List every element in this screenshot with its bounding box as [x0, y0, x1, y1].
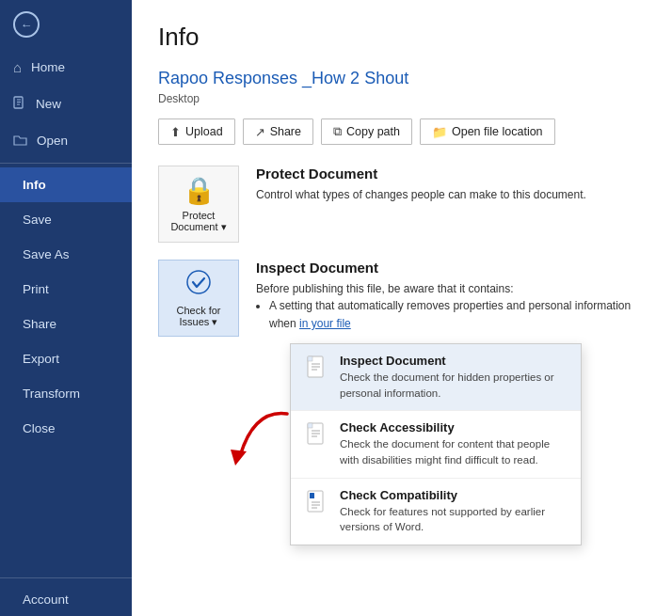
accessibility-icon — [304, 420, 330, 447]
sidebar-item-open[interactable]: Open — [0, 122, 132, 159]
dropdown-item-compatibility[interactable]: Check Compatibility Check for features n… — [291, 479, 581, 545]
lock-icon: 🔒 — [183, 175, 216, 206]
upload-label: Upload — [185, 125, 223, 138]
accessibility-text: Check Accessibility Check the document f… — [340, 420, 568, 467]
in-your-file-link[interactable]: in your file — [299, 317, 351, 330]
open-file-location-button[interactable]: 📁 Open file location — [420, 118, 555, 145]
sidebar-item-close-label: Close — [23, 421, 56, 435]
sidebar-item-share-label: Share — [23, 317, 56, 331]
sidebar-item-info[interactable]: Info — [0, 167, 132, 202]
sidebar-item-home[interactable]: ⌂ Home — [0, 49, 132, 86]
main-content: Info Rapoo Responses _How 2 Shout Deskto… — [132, 0, 672, 616]
document-location: Desktop — [158, 92, 646, 105]
inspect-document-section: Check forIssues ▾ Inspect Document Befor… — [158, 260, 646, 337]
checkmark-icon — [185, 269, 212, 301]
copy-path-icon: ⧉ — [333, 124, 342, 139]
sidebar: ← ⌂ Home New Open Info Save — [0, 0, 132, 616]
svg-rect-6 — [308, 356, 312, 361]
back-icon: ← — [13, 11, 40, 38]
sidebar-divider-2 — [0, 577, 132, 578]
back-button[interactable]: ← — [0, 0, 132, 49]
inspect-document-heading: Inspect Document — [256, 260, 646, 276]
check-for-issues-label: Check forIssues ▾ — [176, 305, 220, 328]
svg-rect-16 — [310, 493, 314, 498]
dropdown-item-inspect[interactable]: Inspect Document Check the document for … — [291, 344, 581, 411]
inspect-bullet-1: A setting that automatically removes pro… — [269, 297, 646, 333]
svg-point-4 — [187, 271, 210, 293]
dropdown-item-accessibility[interactable]: Check Accessibility Check the document f… — [291, 411, 581, 478]
protect-document-section: 🔒 ProtectDocument ▾ Protect Document Con… — [158, 166, 646, 243]
sidebar-divider-1 — [0, 163, 132, 164]
share-btn-icon: ↗ — [255, 125, 265, 139]
page-title: Info — [158, 23, 646, 52]
open-file-icon: 📁 — [432, 125, 447, 139]
check-for-issues-button[interactable]: Check forIssues ▾ — [158, 260, 239, 337]
compatibility-desc: Check for features not supported by earl… — [340, 504, 568, 535]
sidebar-item-export-label: Export — [23, 352, 59, 366]
sidebar-item-transform-label: Transform — [23, 387, 80, 401]
open-file-location-label: Open file location — [452, 125, 543, 138]
accessibility-desc: Check the document for content that peop… — [340, 436, 568, 467]
compatibility-icon — [304, 488, 330, 514]
sidebar-item-share[interactable]: Share — [0, 307, 132, 341]
inspect-document-desc: Before publishing this file, be aware th… — [256, 280, 646, 297]
protect-document-label: ProtectDocument ▾ — [170, 210, 226, 233]
protect-document-button[interactable]: 🔒 ProtectDocument ▾ — [158, 166, 239, 243]
compatibility-title: Check Compatibility — [340, 488, 568, 502]
share-button[interactable]: ↗ Share — [243, 118, 313, 145]
sidebar-item-close[interactable]: Close — [0, 411, 132, 446]
inspect-document-bullets: A setting that automatically removes pro… — [269, 297, 646, 333]
sidebar-item-print[interactable]: Print — [0, 272, 132, 307]
upload-icon: ⬆ — [170, 125, 181, 139]
sidebar-item-account[interactable]: Account — [0, 582, 132, 616]
inspect-doc-icon — [304, 354, 330, 380]
sidebar-item-open-label: Open — [37, 134, 68, 148]
copy-path-button[interactable]: ⧉ Copy path — [321, 118, 412, 145]
sidebar-item-export[interactable]: Export — [0, 341, 132, 376]
sidebar-item-transform[interactable]: Transform — [0, 376, 132, 411]
sidebar-item-new[interactable]: New — [0, 86, 132, 122]
inspect-doc-text: Inspect Document Check the document for … — [340, 354, 568, 401]
check-issues-dropdown: Inspect Document Check the document for … — [290, 343, 582, 545]
protect-document-heading: Protect Document — [256, 166, 586, 182]
compatibility-text: Check Compatibility Check for features n… — [340, 488, 568, 535]
sidebar-item-save-as-label: Save As — [23, 247, 70, 261]
inspect-doc-title: Inspect Document — [340, 354, 568, 368]
sidebar-item-account-label: Account — [23, 592, 69, 607]
accessibility-title: Check Accessibility — [340, 420, 568, 434]
upload-button[interactable]: ⬆ Upload — [158, 118, 235, 145]
sidebar-item-save-as[interactable]: Save As — [0, 237, 132, 272]
action-buttons: ⬆ Upload ↗ Share ⧉ Copy path 📁 Open file… — [158, 118, 646, 145]
svg-marker-20 — [231, 450, 247, 466]
copy-path-label: Copy path — [346, 125, 400, 138]
inspect-document-content: Inspect Document Before publishing this … — [256, 260, 646, 333]
sidebar-item-home-label: Home — [31, 60, 65, 74]
protect-document-content: Protect Document Control what types of c… — [256, 166, 586, 203]
home-icon: ⌂ — [13, 59, 22, 75]
sidebar-item-save-label: Save — [23, 213, 52, 227]
protect-document-desc: Control what types of changes people can… — [256, 186, 586, 203]
svg-rect-11 — [308, 423, 312, 428]
sidebar-item-save[interactable]: Save — [0, 202, 132, 237]
sidebar-nav: ⌂ Home New Open Info Save Save As — [0, 49, 132, 616]
new-icon — [13, 96, 26, 112]
document-title: Rapoo Responses _How 2 Shout — [158, 69, 646, 88]
share-label: Share — [270, 125, 301, 138]
inspect-doc-desc: Check the document for hidden properties… — [340, 370, 568, 401]
sidebar-item-info-label: Info — [23, 178, 46, 192]
open-icon — [13, 133, 27, 149]
sidebar-item-new-label: New — [36, 97, 61, 111]
sidebar-item-print-label: Print — [23, 282, 49, 296]
